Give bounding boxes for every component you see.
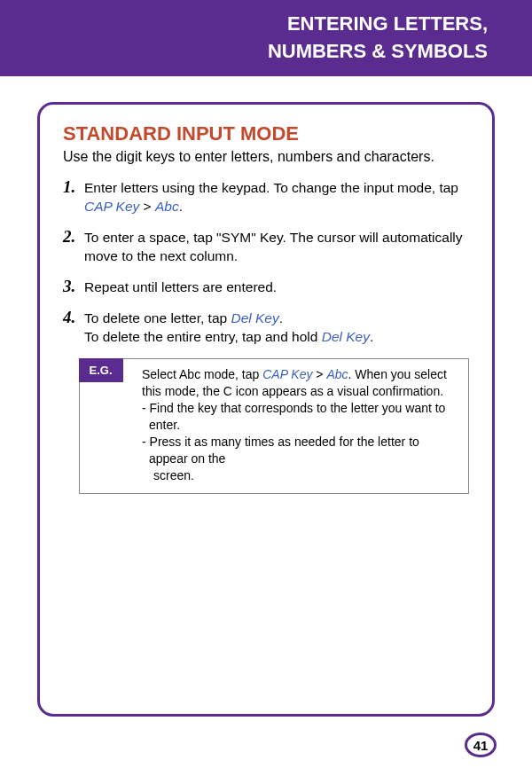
example-bullet: - Press it as many times as needed for t…	[142, 434, 458, 467]
section-title: STANDARD INPUT MODE	[63, 122, 469, 145]
content-panel: STANDARD INPUT MODE Use the digit keys t…	[37, 102, 495, 717]
step-2: 2. To enter a space, tap "SYM" Key. The …	[63, 229, 469, 266]
example-badge: E.G.	[79, 358, 123, 382]
page-header: ENTERING LETTERS, NUMBERS & SYMBOLS	[0, 0, 532, 76]
step-3: 3. Repeat until letters are entered.	[63, 278, 469, 297]
del-key-ref: Del Key	[231, 310, 278, 325]
step-1: 1. Enter letters using the keypad. To ch…	[63, 179, 469, 216]
cap-key-ref: CAP Key	[262, 367, 312, 381]
step-text: To delete one letter, tap Del Key. To de…	[84, 310, 373, 347]
step-number: 3.	[63, 277, 82, 296]
step-number: 4.	[63, 308, 82, 327]
example-bullet-cont: screen.	[142, 467, 458, 484]
step-number: 1.	[63, 177, 82, 197]
step-4: 4. To delete one letter, tap Del Key. To…	[63, 310, 469, 347]
step-text: To enter a space, tap "SYM" Key. The cur…	[84, 229, 469, 266]
cap-key-ref: CAP Key	[84, 199, 139, 214]
example-box: E.G. Select Abc mode, tap CAP Key > Abc.…	[79, 358, 469, 493]
del-key-ref: Del Key	[322, 329, 370, 344]
step-text: Repeat until letters are entered.	[84, 278, 277, 297]
example-text: Select Abc mode, tap CAP Key > Abc. When…	[142, 366, 458, 483]
abc-ref: Abc	[326, 367, 348, 381]
intro-text: Use the digit keys to enter letters, num…	[63, 149, 469, 165]
abc-ref: Abc	[155, 199, 179, 214]
header-line-1: ENTERING LETTERS,	[0, 11, 488, 38]
page-number: 41	[465, 733, 497, 757]
header-line-2: NUMBERS & SYMBOLS	[0, 38, 488, 66]
step-number: 2.	[63, 227, 82, 247]
step-text: Enter letters using the keypad. To chang…	[84, 179, 469, 216]
example-bullet: - Find the key that corresponds to the l…	[142, 400, 458, 434]
